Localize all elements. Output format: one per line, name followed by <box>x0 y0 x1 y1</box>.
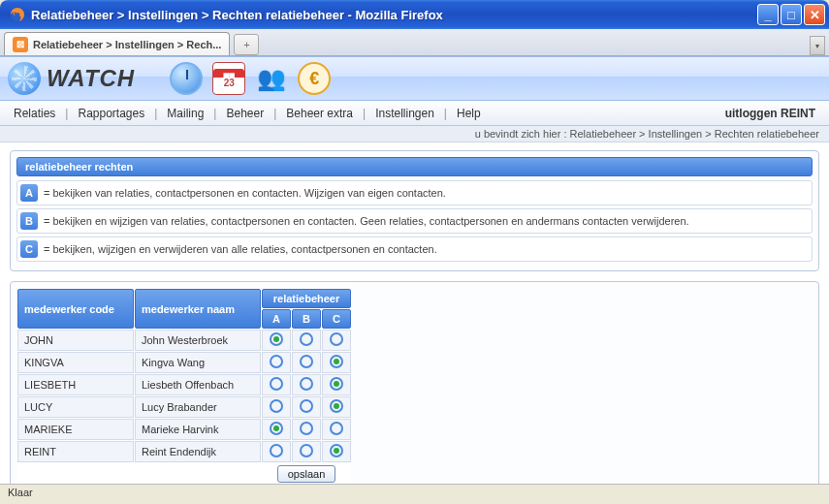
radio-c-selected[interactable] <box>330 444 343 457</box>
cell-radio-c[interactable] <box>322 396 351 418</box>
radio-a[interactable] <box>270 355 283 368</box>
new-tab-button[interactable]: + <box>234 34 259 55</box>
browser-tab[interactable]: ⊠ Relatiebeheer > Instellingen > Rech... <box>4 32 230 55</box>
firefox-icon <box>10 7 25 22</box>
radio-c[interactable] <box>330 332 343 346</box>
cell-code: KINGVA <box>17 352 134 373</box>
table-row: MARIEKEMarieke Harvink <box>17 419 351 440</box>
radio-a[interactable] <box>270 399 283 413</box>
cell-radio-c[interactable] <box>322 419 351 440</box>
nav-item-rapportages[interactable]: Rapportages <box>74 107 148 120</box>
tab-strip: ⊠ Relatiebeheer > Instellingen > Rech...… <box>0 29 829 56</box>
euro-icon[interactable]: € <box>298 62 331 95</box>
clock-icon[interactable] <box>170 62 203 95</box>
cell-radio-c[interactable] <box>322 330 351 351</box>
radio-b[interactable] <box>300 377 313 391</box>
legend-badge: C <box>20 240 38 258</box>
cell-radio-b[interactable] <box>292 330 321 351</box>
cell-radio-a[interactable] <box>262 419 291 440</box>
maximize-button[interactable]: □ <box>781 4 802 25</box>
cell-name: Marieke Harvink <box>135 419 261 440</box>
radio-c[interactable] <box>330 422 343 435</box>
cell-name: Reint Endendijk <box>135 441 261 462</box>
calendar-icon[interactable]: ▄▄ 23 <box>212 62 245 95</box>
cell-radio-b[interactable] <box>292 441 321 462</box>
breadcrumb-path: Relatiebeheer > Instellingen > Rechten r… <box>570 128 819 140</box>
legend-badge: A <box>20 184 38 202</box>
people-icon[interactable]: 👥 <box>255 62 288 95</box>
nav-item-beheer[interactable]: Beheer <box>222 107 268 120</box>
cell-radio-b[interactable] <box>292 396 321 418</box>
radio-b[interactable] <box>300 422 313 435</box>
nav-item-beheer-extra[interactable]: Beheer extra <box>282 107 357 120</box>
cell-radio-a[interactable] <box>262 441 291 462</box>
minimize-button[interactable]: _ <box>757 4 779 25</box>
legend-row: A= bekijken van relaties, contactpersone… <box>16 180 813 205</box>
cell-code: LUCY <box>17 396 134 418</box>
radio-b[interactable] <box>300 355 313 368</box>
table-row: LIESBETHLiesbeth Offenbach <box>17 374 351 395</box>
close-button[interactable]: ✕ <box>804 4 825 25</box>
radio-c-selected[interactable] <box>330 377 343 391</box>
cell-radio-b[interactable] <box>292 352 321 373</box>
app-banner: WATCH ▄▄ 23 👥 € <box>0 56 829 101</box>
cell-radio-a[interactable] <box>262 396 291 418</box>
table-row: KINGVAKingva Wang <box>17 352 351 373</box>
calendar-day: 23 <box>224 78 235 88</box>
radio-b[interactable] <box>300 444 313 457</box>
main-nav: Relaties|Rapportages|Mailing|Beheer|Behe… <box>0 101 829 126</box>
col-c: C <box>322 309 351 329</box>
cell-radio-c[interactable] <box>322 374 351 395</box>
xampp-icon: ⊠ <box>13 37 28 52</box>
radio-a[interactable] <box>270 444 283 457</box>
logout-link[interactable]: uitloggen REINT <box>721 107 819 120</box>
radio-a-selected[interactable] <box>270 332 283 346</box>
cell-radio-a[interactable] <box>262 374 291 395</box>
col-code: medewerker code <box>17 289 134 329</box>
col-b: B <box>292 309 321 329</box>
nav-item-instellingen[interactable]: Instellingen <box>371 107 438 120</box>
save-button[interactable]: opslaan <box>277 465 336 483</box>
table-row: JOHNJohn Westerbroek <box>17 330 351 351</box>
app-logo: WATCH <box>8 62 135 95</box>
logo-star-icon <box>8 62 41 95</box>
col-group: relatiebeheer <box>262 289 351 308</box>
cell-radio-a[interactable] <box>262 330 291 351</box>
cell-radio-c[interactable] <box>322 352 351 373</box>
cell-name: Kingva Wang <box>135 352 261 373</box>
radio-a[interactable] <box>270 377 283 391</box>
window-titlebar: Relatiebeheer > Instellingen > Rechten r… <box>0 0 829 29</box>
cell-radio-c[interactable] <box>322 441 351 462</box>
legend-row: B= bekijken en wijzigen van relaties, co… <box>16 208 813 234</box>
nav-separator: | <box>268 107 282 120</box>
nav-item-mailing[interactable]: Mailing <box>163 107 207 120</box>
nav-separator: | <box>59 107 74 120</box>
cell-radio-b[interactable] <box>292 419 321 440</box>
nav-separator: | <box>438 107 453 120</box>
radio-c-selected[interactable] <box>330 355 343 368</box>
cell-code: REINT <box>17 441 134 462</box>
tab-dropdown-button[interactable]: ▾ <box>810 36 825 55</box>
legend-text: = bekijken, wijzigen en verwijderen van … <box>44 243 437 255</box>
radio-b[interactable] <box>300 332 313 346</box>
cell-radio-a[interactable] <box>262 352 291 373</box>
col-a: A <box>262 309 291 329</box>
radio-b[interactable] <box>300 399 313 413</box>
app-name: WATCH <box>47 65 135 92</box>
legend-panel: relatiebeheer rechten A= bekijken van re… <box>10 150 819 271</box>
window-title: Relatiebeheer > Instellingen > Rechten r… <box>31 8 757 22</box>
legend-text: = bekijken van relaties, contactpersonen… <box>44 187 446 199</box>
cell-code: LIESBETH <box>17 374 134 395</box>
legend-row: C= bekijken, wijzigen en verwijderen van… <box>16 236 813 262</box>
legend-title: relatiebeheer rechten <box>16 157 813 176</box>
table-row: LUCYLucy Brabander <box>17 396 351 418</box>
cell-radio-b[interactable] <box>292 374 321 395</box>
radio-a-selected[interactable] <box>270 422 283 435</box>
radio-c-selected[interactable] <box>330 399 343 413</box>
legend-text: = bekijken en wijzigen van relaties, con… <box>44 215 689 227</box>
nav-separator: | <box>148 107 163 120</box>
nav-item-help[interactable]: Help <box>453 107 485 120</box>
col-name: medewerker naam <box>135 289 261 329</box>
nav-item-relaties[interactable]: Relaties <box>10 107 59 120</box>
rights-table-panel: medewerker code medewerker naam relatieb… <box>10 281 819 484</box>
